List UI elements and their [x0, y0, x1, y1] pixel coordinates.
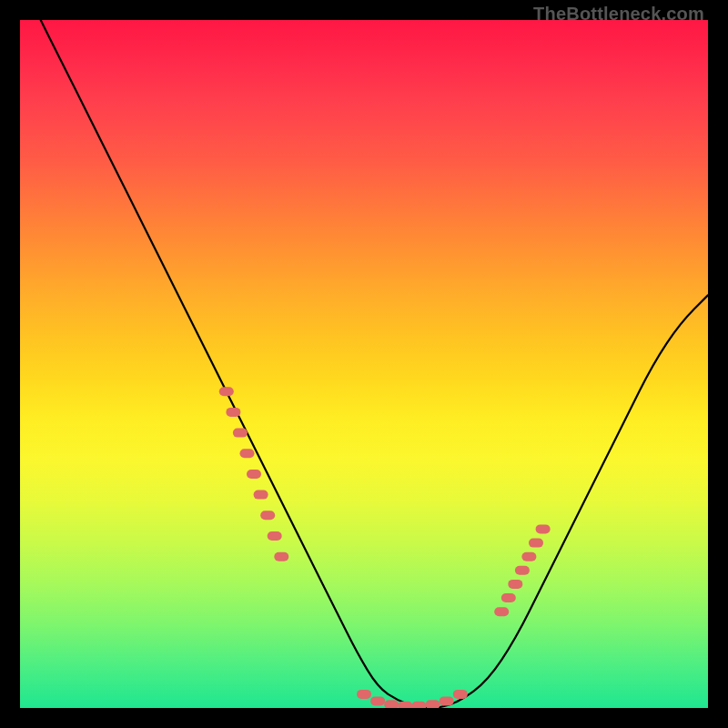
curve-marker — [274, 552, 288, 561]
curve-marker — [515, 566, 530, 575]
curve-marker — [494, 607, 509, 616]
curve-marker — [260, 511, 275, 520]
plot-area — [20, 20, 708, 708]
curve-marker — [398, 702, 412, 708]
curve-marker — [268, 531, 282, 541]
curve-svg — [20, 20, 708, 708]
curve-marker — [453, 690, 468, 699]
curve-marker — [219, 387, 234, 396]
curve-marker — [370, 696, 385, 705]
curve-marker — [536, 524, 551, 533]
curve-marker — [226, 408, 240, 417]
curve-marker — [426, 700, 440, 708]
curve-marker — [529, 539, 543, 548]
bottleneck-curve — [41, 20, 708, 708]
curve-marker — [508, 580, 522, 589]
curve-marker — [440, 696, 454, 705]
curve-marker — [233, 429, 248, 438]
chart-frame: TheBottleneck.com — [0, 0, 728, 728]
curve-marker — [412, 702, 427, 708]
curve-marker — [501, 593, 516, 602]
curve-marker — [357, 690, 371, 699]
curve-marker — [254, 490, 268, 500]
curve-marker — [247, 470, 261, 479]
curve-marker — [240, 449, 255, 458]
curve-marker — [521, 552, 536, 561]
curve-marker — [384, 700, 399, 708]
